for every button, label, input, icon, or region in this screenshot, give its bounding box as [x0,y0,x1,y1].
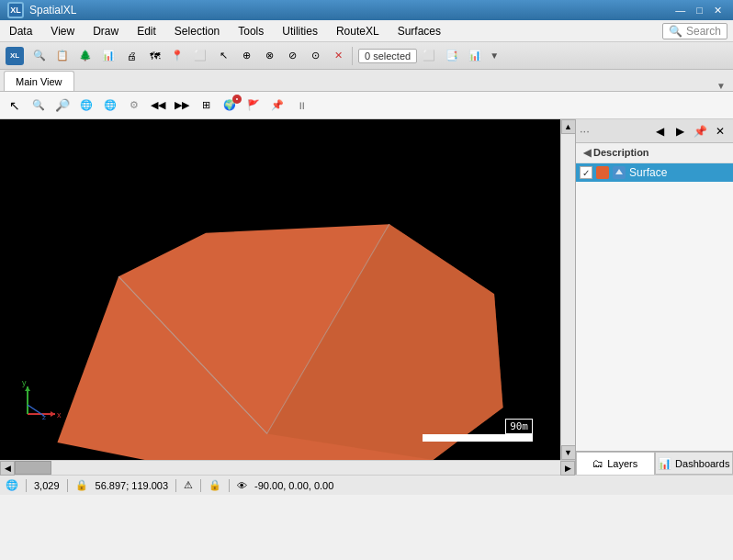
dashboards-tab-icon: 📊 [658,457,671,470]
close-button[interactable]: ✕ [710,5,726,17]
vp-btn-earth-container: 🌍 • [219,95,241,117]
panel-close-btn[interactable]: ✕ [711,122,729,140]
hscroll-right[interactable]: ▶ [560,461,575,476]
panel-pin-btn[interactable]: 📌 [691,122,709,140]
panel-ellipsis: ··· [580,124,590,138]
menu-selection[interactable]: Selection [165,23,229,39]
vscroll-up[interactable]: ▲ [561,119,576,134]
tb-btn-select4[interactable]: ⊘ [281,45,303,67]
vscroll-track[interactable] [561,134,575,445]
status-coord-value: 3,029 [34,480,60,491]
app-title-area: XL SpatialXL [7,2,76,18]
viewport-toolbar: ↖ 🔍 🔎 🌐 🌐 ⚙ ◀◀ ▶▶ ⊞ 🌍 • 🚩 📌 ⏸ [0,92,733,119]
vp-btn-zoom-in[interactable]: 🔍 [28,95,50,117]
menu-surfaces[interactable]: Surfaces [389,23,450,39]
viewport[interactable]: x y z 90m [0,119,560,460]
menu-tools[interactable]: Tools [229,23,273,39]
menu-edit[interactable]: Edit [128,23,165,39]
tb-btn-select5[interactable]: ⊙ [304,45,326,67]
status-eye-icon: 👁 [237,480,247,491]
tab-main-view-label: Main View [16,76,62,87]
svg-marker-12 [615,169,623,174]
scale-bar: 90m [423,419,533,442]
svg-marker-5 [51,411,55,417]
layer-checkbox-surface[interactable]: ✓ [580,166,592,179]
vp-btn-flag[interactable]: 🚩 [242,95,265,117]
panel-toolbar-buttons: ◀ ▶ 📌 ✕ [650,122,729,140]
vp-btn-pause[interactable]: ⏸ [290,95,312,117]
vp-btn-pin[interactable]: 📌 [266,95,288,117]
vp-btn-globe1[interactable]: 🌐 [75,95,97,117]
dashboards-tab-label: Dashboards [675,458,729,469]
panel-tab-layers[interactable]: 🗂 Layers [576,452,655,475]
menubar: Data View Draw Edit Selection Tools Util… [0,20,733,42]
tb-btn-table2[interactable]: 📊 [464,45,486,67]
hscroll-thumb[interactable] [15,461,51,475]
vp-btn-grid[interactable]: ⊞ [195,95,217,117]
horizontal-scrollbar[interactable]: ◀ ▶ [0,460,575,475]
tb-btn-tree[interactable]: 🌲 [74,45,96,67]
svg-text:x: x [57,410,62,420]
tb-btn-select-rect[interactable]: ⬜ [189,45,211,67]
layer-3d-icon-surface [613,166,626,179]
menu-utilities[interactable]: Utilities [273,23,327,39]
vp-btn-zoom-out[interactable]: 🔎 [51,95,73,117]
vp-btn-back[interactable]: ◀◀ [147,95,169,117]
window-controls: — □ ✕ [671,5,726,17]
tb-btn-map[interactable]: 🗺 [143,45,165,67]
vp-btn-fwd[interactable]: ▶▶ [171,95,193,117]
layer-lock-icon-surface [596,166,609,179]
surface-canvas [0,119,560,460]
panel-back-btn[interactable]: ◀ [650,122,669,140]
panel-tab-dashboards[interactable]: 📊 Dashboards [655,452,734,475]
tabbar: Main View ▼ [0,70,733,92]
tb-btn-clear[interactable]: ✕ [327,45,349,67]
menu-routexl[interactable]: RouteXL [327,23,389,39]
minimize-button[interactable]: — [671,5,689,17]
hscroll-left[interactable]: ◀ [0,461,15,476]
scale-label: 90m [505,419,533,434]
panel-collapse-arrow[interactable]: ◀ [583,147,593,158]
panel-header: ◀ Description [576,143,733,163]
status-lock-icon: 🔒 [75,479,88,491]
app-title: SpatialXL [29,4,76,17]
vscroll-down[interactable]: ▼ [561,445,576,460]
vertical-scrollbar[interactable]: ▲ ▼ [560,119,575,460]
vp-btn-gear[interactable]: ⚙ [123,95,145,117]
tb-btn-table1[interactable]: 📑 [441,45,463,67]
tb-btn-select3[interactable]: ⊗ [258,45,280,67]
toolbar-sep-1 [352,47,355,65]
tb-btn-search[interactable]: 🔍 [28,45,51,67]
vp-btn-globe2[interactable]: 🌐 [99,95,121,117]
menu-view[interactable]: View [41,23,84,39]
tb-btn-pin[interactable]: 📍 [166,45,188,67]
status-globe-icon: 🌐 [6,479,18,491]
tab-main-view[interactable]: Main View [4,71,74,91]
viewport-row: x y z 90m ▲ [0,119,575,460]
search-label: Search [686,25,721,38]
tb-btn-select-tool[interactable]: ⬜ [418,45,440,67]
tb-btn-layers[interactable]: 📋 [51,45,73,67]
status-sep-5 [229,479,230,492]
menu-data[interactable]: Data [0,23,41,39]
vp-btn-select[interactable]: ↖ [4,95,26,117]
panel-toolbar: ··· ◀ ▶ 📌 ✕ [576,119,733,143]
panel-fwd-btn[interactable]: ▶ [671,122,689,140]
tab-dropdown[interactable]: ▼ [713,81,729,91]
tb-btn-chart[interactable]: 📊 [97,45,119,67]
tb-btn-logo[interactable]: XL [2,45,28,67]
status-coord2: 56.897; 119.003 [96,480,169,491]
status-warning-icon: ⚠ [184,479,193,491]
toolbar-dropdown[interactable]: ▼ [487,50,502,61]
layer-item-surface[interactable]: ✓ Surface [576,163,733,182]
right-panel: ··· ◀ ▶ 📌 ✕ ◀ Description ✓ [575,119,733,475]
panel-layers-content: ✓ Surface [576,163,733,451]
search-box[interactable]: 🔍 Search [662,23,727,39]
tb-btn-select2[interactable]: ⊕ [235,45,257,67]
tb-btn-cursor[interactable]: ↖ [212,45,234,67]
maximize-button[interactable]: □ [693,5,706,17]
status-sep-4 [200,479,201,492]
tb-btn-print[interactable]: 🖨 [120,45,142,67]
hscroll-track[interactable] [15,461,560,475]
menu-draw[interactable]: Draw [84,23,128,39]
